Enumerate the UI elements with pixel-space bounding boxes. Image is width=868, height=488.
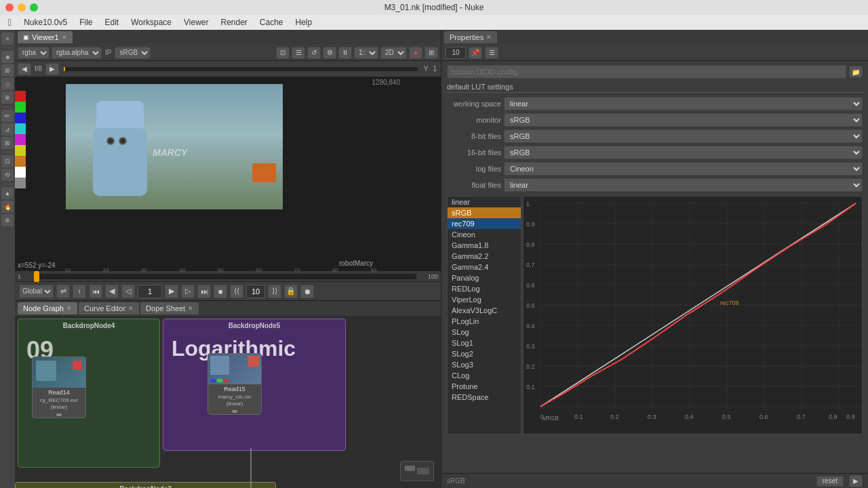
toolbar-btn-11[interactable]: ▲ <box>1 187 14 199</box>
prop-settings-btn[interactable]: ☰ <box>485 47 498 59</box>
mode-select[interactable]: 2D <box>380 47 407 59</box>
viewer-refresh-btn[interactable]: ↺ <box>307 47 321 59</box>
menu-edit[interactable]: Edit <box>100 16 125 28</box>
playback-lock-btn[interactable]: 🔒 <box>284 285 298 298</box>
lut-item-panalog[interactable]: Panalog <box>448 272 521 283</box>
maximize-button[interactable] <box>30 3 38 12</box>
read15-node[interactable]: Read15 marcy_cin.cin (linear) <box>208 353 262 415</box>
menu-cache[interactable]: Cache <box>254 16 289 28</box>
8bit-dropdown[interactable]: sRGB <box>504 129 863 143</box>
properties-tab[interactable]: Properties ✕ <box>444 31 497 43</box>
viewer-pause-btn[interactable]: ⏸ <box>338 47 352 59</box>
menu-render[interactable]: Render <box>215 16 252 28</box>
lut-item-redlog[interactable]: REDLog <box>448 283 521 294</box>
properties-tab-close[interactable]: ✕ <box>486 34 492 41</box>
lut-item-protune[interactable]: Protune <box>448 381 521 392</box>
toolbar-btn-1[interactable]: ≡ <box>1 33 14 45</box>
monitor-dropdown[interactable]: sRGB <box>504 113 863 127</box>
playback-prev-btn[interactable]: ◀ <box>105 285 119 298</box>
viewer-fullscreen-btn[interactable]: ⊡ <box>276 47 290 59</box>
tab-dope-sheet[interactable]: Dope Sheet ✕ <box>140 302 199 314</box>
close-button[interactable] <box>5 3 14 12</box>
viewer-nav-right[interactable]: ▶ <box>45 63 59 75</box>
lut-item-clog[interactable]: CLog <box>448 370 521 381</box>
toolbar-btn-6[interactable]: ✏ <box>1 110 14 122</box>
playback-last-btn[interactable]: ⏭ <box>197 285 211 298</box>
lut-item-redspace[interactable]: REDSpace <box>448 392 521 403</box>
toolbar-btn-7[interactable]: ⊿ <box>1 123 14 136</box>
playback-nudge-right[interactable]: ⟩⟩ <box>268 285 281 298</box>
lut-item-gamma18[interactable]: Gamma1.8 <box>448 240 521 251</box>
playback-stop-btn[interactable]: ■ <box>214 285 227 298</box>
ocio-folder-btn[interactable]: 📁 <box>849 66 863 78</box>
toolbar-btn-9[interactable]: ⊡ <box>1 155 14 167</box>
playback-frame-input[interactable]: 1 <box>138 285 162 298</box>
toolbar-btn-3[interactable]: ⊞ <box>1 64 14 77</box>
playback-fwd-btn[interactable]: ▷ <box>181 285 195 298</box>
log-dropdown[interactable]: Cineon <box>504 162 863 176</box>
zoom-select[interactable]: 1:1 <box>354 47 378 59</box>
alpha-select[interactable]: rgba.alpha <box>52 47 102 59</box>
timeline-track[interactable]: 10 20 30 40 50 60 70 80 90 <box>34 274 416 279</box>
tab-node-graph[interactable]: Node Graph ✕ <box>18 302 77 314</box>
toolbar-btn-4[interactable]: ◇ <box>1 78 14 90</box>
channels-select[interactable]: rgba <box>18 47 50 59</box>
lut-item-gamma24[interactable]: Gamma2.4 <box>448 262 521 272</box>
playback-back-btn[interactable]: ◁ <box>121 285 135 298</box>
lut-item-linear[interactable]: linear <box>448 197 521 207</box>
working-space-dropdown[interactable]: linear <box>504 97 863 110</box>
lut-item-alexav3logc[interactable]: AlexaV3LogC <box>448 305 521 316</box>
toolbar-btn-12[interactable]: ⊛ <box>1 214 14 226</box>
read14-node[interactable]: Read14 cy_REC709.exr (linear) <box>32 357 86 418</box>
lut-item-slog1[interactable]: SLog1 <box>448 338 521 348</box>
playback-link-btn[interactable]: ⇌ <box>56 285 70 298</box>
lut-item-gamma22[interactable]: Gamma2.2 <box>448 251 521 262</box>
node-graph-canvas[interactable]: BackdropNode4 09 Read14 cy_REC709.exr (l… <box>15 316 441 488</box>
menu-nuke[interactable]: Nuke10.0v5 <box>18 16 73 28</box>
lut-item-rec709[interactable]: rec709 <box>448 218 521 229</box>
toolbar-btn-2[interactable]: ◈ <box>1 51 14 63</box>
lut-item-cineon[interactable]: Cineon <box>448 229 521 240</box>
viewer-settings-btn[interactable]: ⚙ <box>323 47 336 59</box>
playback-mode-select[interactable]: Global <box>19 285 54 298</box>
lut-item-slog2[interactable]: SLog2 <box>448 348 521 359</box>
chart-next-btn[interactable]: ▶ <box>849 475 863 487</box>
playback-type-btn[interactable]: I <box>73 285 86 298</box>
dope-sheet-close[interactable]: ✕ <box>188 305 193 312</box>
viewer-nav-left[interactable]: ◀ <box>18 63 31 75</box>
float-dropdown[interactable]: linear <box>504 178 863 192</box>
ocio-config-input[interactable] <box>447 65 846 79</box>
toolbar-btn-5[interactable]: ⊕ <box>1 92 14 104</box>
viewer-pip-btn[interactable]: ⊞ <box>425 47 438 59</box>
playback-play-btn[interactable]: ▶ <box>165 285 178 298</box>
viewer-tab-close[interactable]: ✕ <box>62 34 67 41</box>
lut-item-srgb[interactable]: sRGB <box>448 207 521 218</box>
colorspace-select[interactable]: sRGB <box>115 47 151 59</box>
lut-item-ploglin[interactable]: PLogLin <box>448 316 521 327</box>
playback-nudge-left[interactable]: ⟨⟨ <box>230 285 243 298</box>
playback-record-btn[interactable]: ⏺ <box>300 285 314 298</box>
menu-workspace[interactable]: Workspace <box>125 16 177 28</box>
traffic-lights[interactable] <box>5 3 38 12</box>
viewer-tab[interactable]: ▣ Viewer1 ✕ <box>18 31 73 43</box>
viewer-color-btn[interactable]: ● <box>409 47 422 59</box>
menu-file[interactable]: File <box>74 16 98 28</box>
node-graph-close[interactable]: ✕ <box>66 305 72 312</box>
menu-viewer[interactable]: Viewer <box>178 16 214 28</box>
tab-curve-editor[interactable]: Curve Editor ✕ <box>79 302 139 314</box>
playback-first-btn[interactable]: ⏮ <box>89 285 102 298</box>
node-minimap[interactable] <box>400 461 434 481</box>
playback-fps-input[interactable]: 10 <box>246 285 265 298</box>
16bit-dropdown[interactable]: sRGB <box>504 146 863 159</box>
toolbar-btn-fire[interactable]: 🔥 <box>1 201 14 213</box>
prop-value-input[interactable] <box>446 47 466 59</box>
minimize-button[interactable] <box>18 3 26 12</box>
curve-editor-close[interactable]: ✕ <box>128 305 134 312</box>
reset-button[interactable]: reset <box>816 476 844 487</box>
lut-item-slog[interactable]: SLog <box>448 327 521 338</box>
prop-pin-btn[interactable]: 📌 <box>469 47 482 59</box>
apple-menu[interactable]:  <box>3 17 17 28</box>
toolbar-btn-8[interactable]: ⊞ <box>1 137 14 149</box>
lut-item-slog3[interactable]: SLog3 <box>448 359 521 370</box>
toolbar-btn-10[interactable]: ⟲ <box>1 169 14 181</box>
